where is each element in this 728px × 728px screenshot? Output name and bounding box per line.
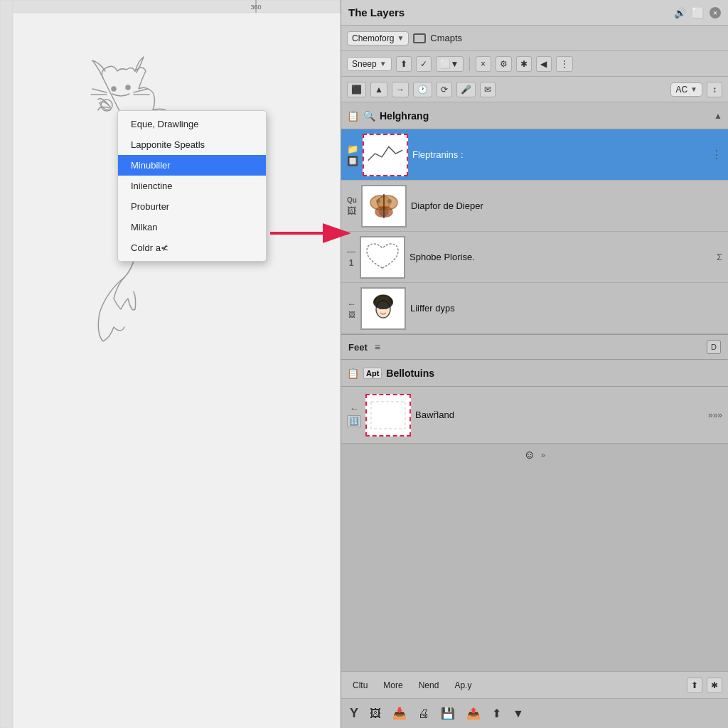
svg-point-29 [379, 306, 382, 309]
nend-btn[interactable]: Nend [413, 678, 445, 692]
feet-tab[interactable]: Feet [348, 342, 368, 353]
vector-icon-fleptranins[interactable]: 🔲 [347, 156, 358, 166]
num-icon-bawrland[interactable]: 🔢 [347, 415, 361, 427]
mail-btn[interactable]: ✉ [480, 82, 496, 97]
clock-btn[interactable]: 🕐 [413, 82, 432, 97]
group-title-bellotuins: Bellotuins [386, 368, 722, 379]
refresh-btn[interactable]: ⟳ [437, 82, 452, 97]
svg-text:360: 360 [250, 4, 261, 11]
chemoforg-dropdown[interactable]: Chemoforg ▼ [347, 31, 409, 46]
apt-icon-bellotuins: Apt [363, 368, 382, 379]
check-btn[interactable]: ✓ [416, 56, 432, 72]
context-menu-item-minubiller[interactable]: Minubiller [118, 155, 266, 176]
smiley-label: » [541, 451, 545, 459]
layer-row-bawrland[interactable]: ← 🔢 Bawr̈land »»» [341, 387, 728, 444]
group-header-helghrang[interactable]: 📋 🔍 Helghrang ▲ [341, 102, 728, 129]
sneep-dropdown[interactable]: Sneep ▼ [347, 57, 392, 71]
upload-btn[interactable]: ⬆ [396, 56, 412, 72]
layer-name-diapfor: Diapfor de Dieper [411, 200, 722, 211]
smiley-icon[interactable]: ☺ [524, 449, 535, 461]
y-btn[interactable]: Y [347, 705, 361, 722]
chemoforg-value: Chemoforg [352, 33, 394, 43]
image-btn[interactable]: 🖼 [367, 706, 384, 722]
context-menu-item-eque[interactable]: Eque, Drawlinge [118, 114, 266, 134]
action-star-icon[interactable]: ✱ [707, 678, 722, 693]
dash-icon-sphobe[interactable]: — [347, 247, 355, 257]
context-menu-item-iniienctine[interactable]: Iniienctine [118, 176, 266, 196]
layer-row-diapfor[interactable]: Qu 🖼 Diapfor de Dieper [341, 181, 728, 232]
layer-side-icons-fleptranins: ⋮ [711, 148, 722, 161]
folder-icon-fleptranins[interactable]: 📁 [347, 144, 358, 154]
title-bar-left: The Layers [348, 6, 405, 18]
save-btn[interactable]: 💾 [438, 705, 458, 722]
footer-tab-icon[interactable]: ≡ [375, 341, 380, 353]
updown-btn[interactable]: ↕ [707, 82, 722, 97]
svg-point-28 [373, 295, 393, 309]
triple-chevron-bawrland: »»» [708, 410, 722, 420]
svg-point-6 [126, 85, 130, 90]
smiley-row: ☺ » [341, 444, 728, 466]
group-header-bellotuins[interactable]: 📋 Apt Bellotuins [341, 360, 728, 387]
layer-left-icons-diapfor: Qu 🖼 [347, 196, 357, 216]
num-icon-sphobe[interactable]: 1 [349, 258, 354, 268]
cmapts-label: Cmapts [430, 33, 462, 43]
monitor-icon [413, 33, 426, 43]
svg-rect-13 [365, 136, 406, 173]
expand-icon[interactable]: ⬜ [692, 7, 704, 18]
sigma-icon-sphobe: Σ [717, 252, 722, 262]
dots-btn[interactable]: ⋮ [556, 56, 573, 72]
d-button[interactable]: D [707, 340, 721, 354]
layer-thumb-sphobe [360, 236, 405, 279]
layer-left-icons-bawrland: ← 🔢 [347, 403, 361, 427]
group-title-helghrang: Helghrang [380, 110, 710, 122]
close-button[interactable]: × [710, 7, 721, 18]
layers-content[interactable]: 📋 🔍 Helghrang ▲ 📁 🔲 Fleptranins : ⋮ [341, 102, 728, 671]
arrow-icon-liiffer[interactable]: ← [347, 299, 356, 309]
box-btn[interactable]: ⬜▼ [436, 56, 464, 72]
export-btn[interactable]: 📤 [464, 705, 483, 722]
square-black-btn[interactable]: ⬛ [347, 82, 366, 97]
context-menu-item-coldr[interactable]: Coldr a≮ [118, 237, 266, 258]
context-menu-item-milkan[interactable]: Milkan [118, 217, 266, 237]
gear-btn[interactable]: ⚙ [496, 56, 512, 72]
group-collapse-helghrang[interactable]: ▲ [714, 111, 722, 121]
star-btn[interactable]: ✱ [516, 56, 532, 72]
group-icon1-bellotuins: 📋 [347, 368, 359, 379]
print-btn[interactable]: 🖨 [415, 706, 432, 722]
apy-btn[interactable]: Ap.y [449, 678, 477, 692]
layer-row-liiffer[interactable]: ← 🖼 [341, 283, 728, 334]
image-icon-diapfor[interactable]: 🖼 [347, 205, 356, 216]
x-btn[interactable]: × [476, 56, 491, 72]
context-menu-item-proburter[interactable]: Proburter [118, 196, 266, 217]
upload-btn-2[interactable]: ⬆ [489, 705, 504, 722]
separator-1 [469, 57, 470, 71]
action-upload-icon[interactable]: ⬆ [687, 678, 702, 693]
cltu-btn[interactable]: Cltu [347, 678, 373, 692]
speaker-icon[interactable]: 🔊 [674, 7, 686, 18]
layer-row-sphobe[interactable]: — 1 Sphobe Plorise. Σ [341, 232, 728, 283]
ac-dropdown[interactable]: AC ▼ [670, 82, 702, 97]
layer-dots-fleptranins[interactable]: ⋮ [711, 148, 722, 161]
more-btn[interactable]: More [378, 678, 408, 692]
download-btn[interactable]: 📥 [390, 705, 410, 722]
layer-row-fleptranins[interactable]: 📁 🔲 Fleptranins : ⋮ [341, 129, 728, 181]
arrow-btn[interactable]: → [392, 82, 409, 97]
mic-btn[interactable]: 🎤 [456, 82, 476, 97]
title-bar: The Layers 🔊 ⬜ × [341, 0, 728, 26]
layer-thumb-diapfor [361, 185, 407, 228]
qu-icon-diapfor[interactable]: Qu [347, 196, 357, 204]
image-icon-liiffer[interactable]: 🖼 [348, 311, 355, 318]
layers-panel: The Layers 🔊 ⬜ × Chemoforg ▼ Cmapts Snee… [341, 0, 728, 728]
toolbar-row-2: Sneep ▼ ⬆ ✓ ⬜▼ × ⚙ ✱ ◀ ⋮ [341, 51, 728, 77]
triangle-btn[interactable]: ▲ [370, 82, 387, 97]
arrow-icon-bawrland[interactable]: ← [350, 403, 359, 414]
back-btn[interactable]: ◀ [536, 56, 552, 72]
group-icon2-helghrang: 🔍 [363, 110, 375, 122]
svg-point-20 [376, 199, 380, 203]
title-bar-icons: 🔊 ⬜ × [674, 7, 721, 18]
svg-rect-0 [0, 0, 341, 13]
layer-name-liiffer: Liiffer dyps [410, 303, 722, 314]
context-menu-item-lapponite[interactable]: Lapponite Speatls [118, 134, 266, 155]
layer-left-icons-sphobe: — 1 [347, 247, 355, 268]
down-btn[interactable]: ▼ [510, 706, 527, 722]
